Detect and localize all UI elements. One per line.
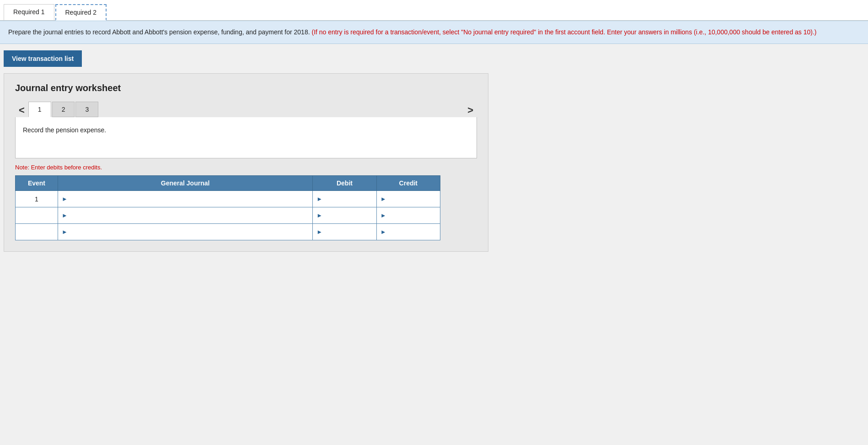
table-row: ► ► ► (16, 224, 440, 240)
cell-event-3 (16, 224, 58, 240)
col-header-credit: Credit (376, 176, 440, 191)
prev-entry-button[interactable]: < (15, 103, 28, 117)
tab-required2[interactable]: Required 2 (55, 4, 107, 21)
col-header-journal: General Journal (58, 176, 312, 191)
input-debit-1[interactable] (324, 195, 372, 203)
cell-credit-3[interactable]: ► (376, 224, 440, 240)
cell-event-1: 1 (16, 191, 58, 207)
info-black-text: Prepare the journal entries to record Ab… (8, 28, 310, 36)
entry-tab-2[interactable]: 2 (52, 102, 75, 117)
input-credit-1[interactable] (388, 195, 437, 203)
arrow-icon-credit-1: ► (380, 195, 386, 202)
arrow-icon-debit-2: ► (316, 212, 322, 219)
input-credit-2[interactable] (388, 212, 437, 219)
description-box: Record the pension expense. (15, 117, 477, 158)
tab-required1[interactable]: Required 1 (4, 4, 54, 21)
cell-journal-1[interactable]: ► (58, 191, 312, 207)
info-box: Prepare the journal entries to record Ab… (0, 21, 868, 44)
cell-debit-3[interactable]: ► (313, 224, 376, 240)
input-journal-3[interactable] (70, 228, 309, 236)
cell-credit-2[interactable]: ► (376, 207, 440, 224)
cell-journal-2[interactable]: ► (58, 207, 312, 224)
entry-tabs-row: < 1 2 3 > (15, 102, 477, 117)
col-header-event: Event (16, 176, 58, 191)
note-text: Note: Enter debits before credits. (15, 164, 477, 171)
next-entry-button[interactable]: > (464, 103, 477, 117)
input-credit-3[interactable] (388, 228, 437, 236)
arrow-icon-journal-1: ► (62, 195, 68, 202)
arrow-icon-journal-2: ► (62, 212, 68, 219)
cell-debit-1[interactable]: ► (313, 191, 376, 207)
arrow-icon-credit-2: ► (380, 212, 386, 219)
cell-credit-1[interactable]: ► (376, 191, 440, 207)
tabs-bar: Required 1 Required 2 (0, 0, 868, 21)
arrow-icon-debit-3: ► (316, 228, 322, 235)
info-red-text: (If no entry is required for a transacti… (310, 28, 817, 36)
view-transaction-button[interactable]: View transaction list (4, 50, 82, 67)
input-journal-2[interactable] (70, 212, 309, 219)
description-text: Record the pension expense. (23, 126, 106, 134)
arrow-icon-journal-3: ► (62, 228, 68, 235)
arrow-icon-debit-1: ► (316, 195, 322, 202)
cell-journal-3[interactable]: ► (58, 224, 312, 240)
worksheet-container: Journal entry worksheet < 1 2 3 > Record… (4, 73, 488, 252)
worksheet-title: Journal entry worksheet (15, 83, 477, 93)
table-row: 1 ► ► ► (16, 191, 440, 207)
input-journal-1[interactable] (70, 195, 309, 203)
cell-event-2 (16, 207, 58, 224)
cell-debit-2[interactable]: ► (313, 207, 376, 224)
journal-table: Event General Journal Debit Credit 1 ► (15, 175, 440, 240)
input-debit-3[interactable] (324, 228, 372, 236)
entry-tab-3[interactable]: 3 (75, 102, 98, 117)
input-debit-2[interactable] (324, 212, 372, 219)
col-header-debit: Debit (313, 176, 376, 191)
arrow-icon-credit-3: ► (380, 228, 386, 235)
table-row: ► ► ► (16, 207, 440, 224)
entry-tab-1[interactable]: 1 (28, 102, 51, 117)
